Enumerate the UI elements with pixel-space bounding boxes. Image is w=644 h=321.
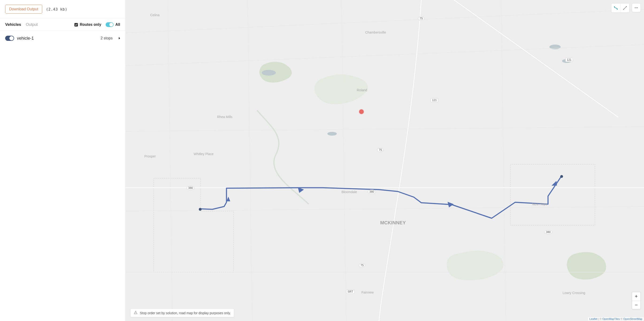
sidebar: Download Output (2.43 kb) Vehicles Outpu… [0,0,126,321]
svg-point-1 [262,70,276,76]
tool-route-icon[interactable] [612,4,620,12]
download-output-button[interactable]: Download Output [5,5,42,14]
svg-line-13 [624,7,626,9]
svg-point-12 [626,6,627,7]
map-label: Bloomdale [342,190,357,194]
map-pane[interactable]: Celina Chambersville Roland Rhea Mills W… [126,0,644,321]
map-label: Celina [150,13,160,17]
vehicle-toggle[interactable] [5,36,14,41]
map-canvas [126,0,644,321]
map-label-city: MCKINNEY [380,220,406,226]
attrib-sep: | © [598,318,602,320]
map-attribution: Leaflet | © OpenMapTiles © OpenStreetMap [588,317,644,320]
map-label: New Hope [532,202,547,206]
route-shield: 121 [431,98,438,102]
filesize-text: (2.43 kb) [46,7,67,12]
map-label: Chambersville [365,30,386,34]
map-marker-unassigned[interactable] [359,109,364,114]
routes-only-label: Routes only [80,22,102,27]
warning-icon [134,311,138,315]
attrib-sep: © [620,318,623,320]
map-marker-stop[interactable] [560,175,563,178]
map-label: Lowry Crossing [562,291,585,295]
vehicle-list: vehicle-1 2 stops [0,30,125,46]
vehicle-name: vehicle-1 [17,36,34,41]
route-shield: 75 [418,16,424,21]
info-banner: Stop order set by solution, road map for… [130,308,234,317]
route-shield: 380 [368,190,376,194]
map-label: Roland [357,88,367,92]
tool-line-icon[interactable] [620,4,629,12]
svg-point-14 [634,7,635,8]
route-shield: 380 [544,230,552,234]
zoom-control: + − [632,292,641,309]
check-icon [74,23,78,26]
vehicle-row[interactable]: vehicle-1 2 stops [0,33,125,44]
route-shield: 121 [566,58,573,62]
svg-point-11 [623,9,624,10]
route-shield: SRT [346,290,354,294]
zoom-in-button[interactable]: + [632,292,640,300]
map-marker-stop[interactable] [199,208,202,211]
attrib-leaflet[interactable]: Leaflet [589,318,598,320]
svg-point-4 [328,132,337,136]
map-label: Rhea Mills [217,115,232,119]
topbar: Download Output (2.43 kb) [0,0,125,18]
tabs-row: Vehicles Output Routes only All [0,18,125,30]
route-shield: 75 [377,148,384,152]
tab-output[interactable]: Output [26,22,38,27]
tool-more-icon[interactable] [632,3,641,12]
svg-point-2 [550,44,561,49]
all-label: All [116,22,120,27]
route-shield: 380 [186,186,194,190]
vehicle-stops: 2 stops [100,36,113,40]
map-label: Whitley Place [194,152,214,156]
svg-point-18 [136,313,136,314]
all-toggle[interactable] [106,22,114,27]
route-shield: 75 [359,263,365,268]
attrib-osm[interactable]: OpenStreetMap [623,318,642,320]
attrib-openmaptiles[interactable]: OpenMapTiles [602,318,620,320]
map-label: Fairview [362,290,374,294]
map-tools [611,3,641,13]
caret-right-icon [119,37,120,40]
tab-vehicles[interactable]: Vehicles [5,22,21,27]
app-root: Download Output (2.43 kb) Vehicles Outpu… [0,0,644,321]
banner-text: Stop order set by solution, road map for… [140,311,231,315]
svg-rect-0 [126,0,644,321]
routes-only-checkbox-wrap[interactable]: Routes only [74,22,102,27]
map-label: Prosper [144,154,156,158]
svg-point-16 [637,7,638,8]
zoom-out-button[interactable]: − [632,300,640,309]
svg-point-15 [636,7,636,8]
